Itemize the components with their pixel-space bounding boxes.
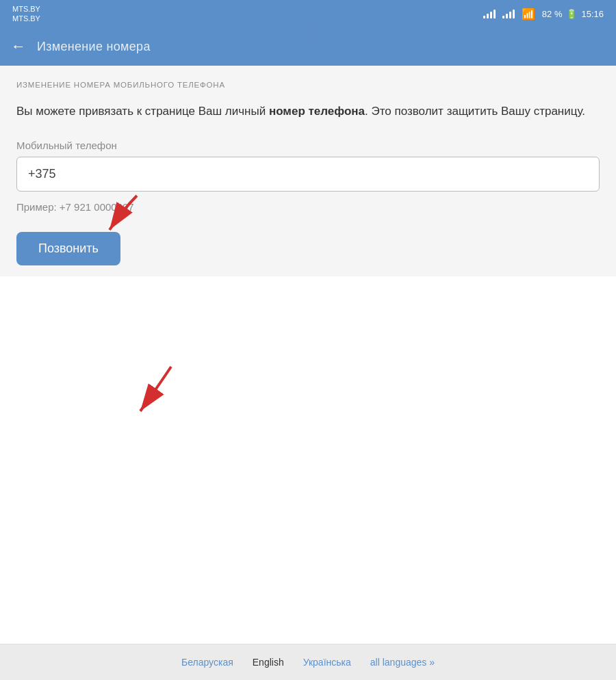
call-button[interactable]: Позвонить (16, 232, 120, 265)
carrier-info: MTS.BY MTS.BY (12, 4, 40, 24)
phone-input-wrapper[interactable] (16, 157, 600, 192)
app-bar: ← Изменение номера (0, 27, 616, 66)
status-bar: MTS.BY MTS.BY 📶 82 % 🔋 15:16 (0, 0, 616, 27)
carrier2: MTS.BY (12, 14, 40, 23)
description-part2: . Это позволит защитить Вашу страницу. (365, 105, 585, 118)
description-bold: номер телефона (269, 105, 365, 118)
battery: 82 % (542, 9, 563, 19)
battery-time: 82 % 🔋 15:16 (542, 9, 604, 19)
footer: Беларуская English Українська all langua… (0, 644, 616, 680)
back-button[interactable]: ← (11, 39, 26, 54)
phone-input[interactable] (28, 167, 588, 181)
carrier1: MTS.BY (12, 4, 40, 14)
footer-link-english[interactable]: English (253, 657, 284, 668)
main-content: ИЗМЕНЕНИЕ НОМЕРА МОБИЛЬНОГО ТЕЛЕФОНА Вы … (0, 66, 616, 276)
section-label: ИЗМЕНЕНИЕ НОМЕРА МОБИЛЬНОГО ТЕЛЕФОНА (16, 81, 600, 89)
battery-icon: 🔋 (566, 9, 577, 19)
arrow-to-button (110, 360, 205, 421)
signal-icon (483, 9, 496, 18)
footer-link-ukrainian[interactable]: Українська (303, 657, 351, 668)
example-text: Пример: +7 921 0000007 (16, 201, 600, 213)
field-label: Мобильный телефон (16, 140, 600, 151)
footer-link-belarusian[interactable]: Беларуская (181, 657, 233, 668)
wifi-icon: 📶 (522, 8, 535, 21)
footer-link-all-languages[interactable]: all languages » (370, 657, 435, 668)
signal-icon-2 (502, 9, 515, 18)
description-text: Вы можете привязать к странице Ваш личны… (16, 103, 600, 120)
app-bar-title: Изменение номера (37, 40, 151, 54)
time: 15:16 (581, 9, 604, 19)
description-part1: Вы можете привязать к странице Ваш личны… (16, 105, 269, 118)
